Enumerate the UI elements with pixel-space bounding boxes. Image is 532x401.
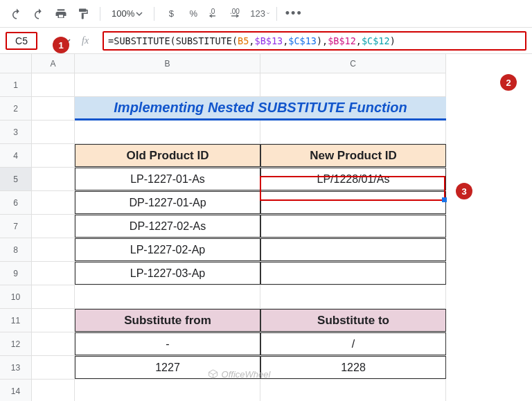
old-id-cell[interactable]: LP-1227-01-As: [75, 168, 260, 190]
toolbar: 100% $ % .0 .00 123 •••: [0, 0, 532, 28]
sub-from-cell[interactable]: 1227: [75, 356, 260, 379]
more-menu-button[interactable]: •••: [284, 4, 303, 24]
row-header[interactable]: 9: [0, 262, 31, 285]
chevron-down-icon: [136, 10, 143, 17]
row-header[interactable]: 14: [0, 380, 31, 401]
row-header[interactable]: 7: [0, 215, 31, 238]
cell[interactable]: [32, 262, 75, 285]
cell[interactable]: [260, 73, 446, 96]
more-formats-button[interactable]: 123: [250, 4, 269, 24]
col-header-A[interactable]: A: [32, 54, 75, 73]
cell[interactable]: [32, 238, 75, 261]
paint-format-button[interactable]: [73, 4, 93, 24]
row-header[interactable]: 11: [0, 309, 31, 332]
separator: [276, 7, 277, 21]
fx-icon: fx: [82, 35, 89, 46]
formula-bar[interactable]: =SUBSTITUTE(SUBSTITUTE(B5,$B$13,$C$13),$…: [103, 31, 526, 51]
row-header[interactable]: 6: [0, 191, 31, 215]
row-header[interactable]: 13: [0, 356, 31, 380]
decrease-decimal-button[interactable]: .0: [206, 4, 225, 24]
cell[interactable]: [32, 215, 75, 238]
cell[interactable]: [32, 380, 75, 401]
old-id-cell[interactable]: DP-1227-02-As: [75, 215, 260, 238]
currency-button[interactable]: $: [161, 4, 181, 24]
row-header[interactable]: 3: [0, 121, 31, 144]
cell[interactable]: [75, 73, 260, 96]
cell[interactable]: [32, 121, 75, 143]
sub-to-cell[interactable]: 1228: [260, 356, 446, 379]
new-id-cell[interactable]: [260, 215, 446, 238]
cell[interactable]: [32, 73, 75, 96]
zoom-value: 100%: [112, 8, 134, 19]
row-header[interactable]: 4: [0, 144, 31, 168]
select-all-corner[interactable]: [0, 54, 32, 73]
title-merged-cell[interactable]: Implementing Nested SUBSTITUTE Function: [75, 97, 446, 121]
sub-from-cell[interactable]: -: [75, 332, 260, 355]
cell[interactable]: [32, 285, 75, 308]
new-id-cell[interactable]: LP/1228/01/As: [260, 168, 446, 190]
old-id-cell[interactable]: DP-1227-01-Ap: [75, 191, 260, 214]
cell[interactable]: [260, 121, 446, 143]
sub-to-cell[interactable]: /: [260, 332, 446, 355]
header-sub-to[interactable]: Substitute to: [260, 309, 446, 332]
col-header-C[interactable]: C: [260, 54, 446, 73]
new-id-cell[interactable]: [260, 238, 446, 261]
format-123-label: 123: [250, 8, 265, 19]
cell[interactable]: [75, 380, 260, 401]
chevron-down-icon: [267, 12, 269, 15]
cell[interactable]: [32, 356, 75, 379]
new-id-cell[interactable]: [260, 262, 446, 285]
cell[interactable]: [32, 144, 75, 167]
column-headers: A B C: [32, 54, 446, 73]
old-id-cell[interactable]: LP-1227-03-Ap: [75, 262, 260, 285]
cell[interactable]: [75, 285, 260, 308]
separator: [100, 7, 100, 21]
row-header[interactable]: 10: [0, 285, 31, 309]
header-new-id[interactable]: New Product ID: [260, 144, 446, 167]
cell[interactable]: [32, 191, 75, 214]
undo-button[interactable]: [7, 4, 26, 24]
old-id-cell[interactable]: LP-1227-02-Ap: [75, 238, 260, 261]
cell[interactable]: [32, 332, 75, 355]
redo-button[interactable]: [29, 4, 48, 24]
row-header[interactable]: 12: [0, 332, 31, 356]
row-header[interactable]: 5: [0, 168, 31, 191]
row-headers: 1 2 3 4 5 6 7 8 9 10 11 12 13 14: [0, 73, 32, 401]
percent-button[interactable]: %: [184, 4, 203, 24]
cell[interactable]: [32, 97, 75, 120]
increase-decimal-button[interactable]: .00: [228, 4, 247, 24]
col-header-B[interactable]: B: [75, 54, 260, 73]
cell[interactable]: [260, 380, 446, 401]
formula-row: C5 fx =SUBSTITUTE(SUBSTITUTE(B5,$B$13,$C…: [0, 28, 532, 54]
cell[interactable]: [260, 285, 446, 308]
annotation-marker-3: 3: [456, 183, 472, 199]
annotation-marker-1: 1: [53, 37, 69, 53]
new-id-cell[interactable]: [260, 191, 446, 214]
print-button[interactable]: [51, 4, 71, 24]
cells-container: Old Product IDNew Product ID LP-1227-01-…: [32, 73, 446, 401]
row-header[interactable]: 1: [0, 73, 31, 97]
row-header[interactable]: 2: [0, 97, 31, 121]
svg-text:.0: .0: [209, 8, 215, 15]
svg-text:.00: .00: [230, 8, 240, 15]
cell[interactable]: [75, 121, 260, 143]
cell[interactable]: [32, 309, 75, 332]
header-sub-from[interactable]: Substitute from: [75, 309, 260, 332]
zoom-dropdown[interactable]: 100%: [107, 8, 147, 19]
header-old-id[interactable]: Old Product ID: [75, 144, 260, 167]
annotation-marker-2: 2: [500, 74, 517, 91]
separator: [154, 7, 154, 21]
name-box[interactable]: C5: [6, 32, 37, 50]
row-header[interactable]: 8: [0, 238, 31, 262]
cell[interactable]: [32, 168, 75, 190]
spreadsheet-grid: A B C 1 2 3 4 5 6 7 8 9 10 11 12 13 14: [0, 54, 532, 401]
